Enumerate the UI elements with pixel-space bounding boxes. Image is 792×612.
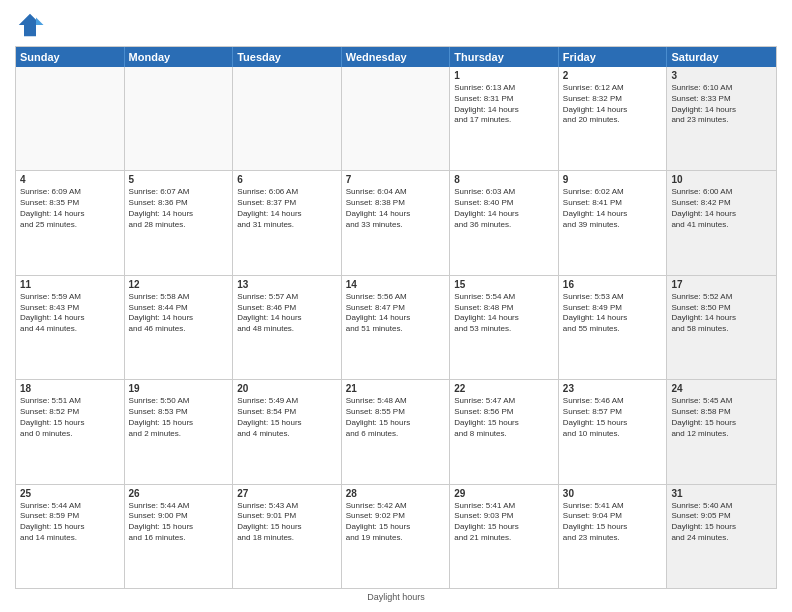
day-info: Sunrise: 5:40 AM Sunset: 9:05 PM Dayligh… [671, 501, 772, 544]
day-info: Sunrise: 5:49 AM Sunset: 8:54 PM Dayligh… [237, 396, 337, 439]
calendar-cell: 17Sunrise: 5:52 AM Sunset: 8:50 PM Dayli… [667, 276, 776, 379]
calendar-cell: 2Sunrise: 6:12 AM Sunset: 8:32 PM Daylig… [559, 67, 668, 170]
calendar-cell: 9Sunrise: 6:02 AM Sunset: 8:41 PM Daylig… [559, 171, 668, 274]
day-info: Sunrise: 6:09 AM Sunset: 8:35 PM Dayligh… [20, 187, 120, 230]
logo [15, 10, 49, 40]
day-number: 11 [20, 279, 120, 290]
day-info: Sunrise: 5:46 AM Sunset: 8:57 PM Dayligh… [563, 396, 663, 439]
calendar-cell: 14Sunrise: 5:56 AM Sunset: 8:47 PM Dayli… [342, 276, 451, 379]
day-number: 10 [671, 174, 772, 185]
day-number: 30 [563, 488, 663, 499]
day-number: 2 [563, 70, 663, 81]
calendar-cell: 29Sunrise: 5:41 AM Sunset: 9:03 PM Dayli… [450, 485, 559, 588]
calendar-cell: 26Sunrise: 5:44 AM Sunset: 9:00 PM Dayli… [125, 485, 234, 588]
day-number: 31 [671, 488, 772, 499]
day-number: 13 [237, 279, 337, 290]
day-info: Sunrise: 6:00 AM Sunset: 8:42 PM Dayligh… [671, 187, 772, 230]
calendar-cell: 22Sunrise: 5:47 AM Sunset: 8:56 PM Dayli… [450, 380, 559, 483]
calendar-header-cell: Wednesday [342, 47, 451, 67]
day-info: Sunrise: 6:07 AM Sunset: 8:36 PM Dayligh… [129, 187, 229, 230]
day-info: Sunrise: 5:41 AM Sunset: 9:04 PM Dayligh… [563, 501, 663, 544]
calendar-cell: 28Sunrise: 5:42 AM Sunset: 9:02 PM Dayli… [342, 485, 451, 588]
calendar: SundayMondayTuesdayWednesdayThursdayFrid… [15, 46, 777, 589]
calendar-row: 11Sunrise: 5:59 AM Sunset: 8:43 PM Dayli… [16, 275, 776, 379]
calendar-cell: 3Sunrise: 6:10 AM Sunset: 8:33 PM Daylig… [667, 67, 776, 170]
day-number: 19 [129, 383, 229, 394]
calendar-cell [16, 67, 125, 170]
day-number: 23 [563, 383, 663, 394]
day-number: 3 [671, 70, 772, 81]
day-number: 9 [563, 174, 663, 185]
day-number: 24 [671, 383, 772, 394]
day-number: 4 [20, 174, 120, 185]
day-info: Sunrise: 5:48 AM Sunset: 8:55 PM Dayligh… [346, 396, 446, 439]
day-info: Sunrise: 5:53 AM Sunset: 8:49 PM Dayligh… [563, 292, 663, 335]
day-info: Sunrise: 5:57 AM Sunset: 8:46 PM Dayligh… [237, 292, 337, 335]
calendar-header-cell: Thursday [450, 47, 559, 67]
calendar-cell: 19Sunrise: 5:50 AM Sunset: 8:53 PM Dayli… [125, 380, 234, 483]
day-number: 21 [346, 383, 446, 394]
calendar-cell: 24Sunrise: 5:45 AM Sunset: 8:58 PM Dayli… [667, 380, 776, 483]
calendar-header-cell: Sunday [16, 47, 125, 67]
page: SundayMondayTuesdayWednesdayThursdayFrid… [0, 0, 792, 612]
day-number: 20 [237, 383, 337, 394]
svg-marker-1 [36, 18, 44, 26]
calendar-cell: 30Sunrise: 5:41 AM Sunset: 9:04 PM Dayli… [559, 485, 668, 588]
day-number: 28 [346, 488, 446, 499]
calendar-cell: 31Sunrise: 5:40 AM Sunset: 9:05 PM Dayli… [667, 485, 776, 588]
calendar-cell [233, 67, 342, 170]
calendar-header-cell: Monday [125, 47, 234, 67]
calendar-cell: 20Sunrise: 5:49 AM Sunset: 8:54 PM Dayli… [233, 380, 342, 483]
calendar-cell: 21Sunrise: 5:48 AM Sunset: 8:55 PM Dayli… [342, 380, 451, 483]
day-info: Sunrise: 5:54 AM Sunset: 8:48 PM Dayligh… [454, 292, 554, 335]
calendar-cell [342, 67, 451, 170]
day-number: 8 [454, 174, 554, 185]
day-info: Sunrise: 5:44 AM Sunset: 8:59 PM Dayligh… [20, 501, 120, 544]
calendar-cell: 6Sunrise: 6:06 AM Sunset: 8:37 PM Daylig… [233, 171, 342, 274]
day-number: 22 [454, 383, 554, 394]
calendar-body: 1Sunrise: 6:13 AM Sunset: 8:31 PM Daylig… [16, 67, 776, 588]
day-info: Sunrise: 5:42 AM Sunset: 9:02 PM Dayligh… [346, 501, 446, 544]
day-info: Sunrise: 6:04 AM Sunset: 8:38 PM Dayligh… [346, 187, 446, 230]
day-number: 5 [129, 174, 229, 185]
day-number: 18 [20, 383, 120, 394]
calendar-row: 1Sunrise: 6:13 AM Sunset: 8:31 PM Daylig… [16, 67, 776, 170]
day-info: Sunrise: 5:56 AM Sunset: 8:47 PM Dayligh… [346, 292, 446, 335]
calendar-cell [125, 67, 234, 170]
calendar-cell: 4Sunrise: 6:09 AM Sunset: 8:35 PM Daylig… [16, 171, 125, 274]
day-number: 1 [454, 70, 554, 81]
day-info: Sunrise: 6:13 AM Sunset: 8:31 PM Dayligh… [454, 83, 554, 126]
calendar-cell: 10Sunrise: 6:00 AM Sunset: 8:42 PM Dayli… [667, 171, 776, 274]
day-info: Sunrise: 6:10 AM Sunset: 8:33 PM Dayligh… [671, 83, 772, 126]
calendar-header-cell: Saturday [667, 47, 776, 67]
day-info: Sunrise: 6:06 AM Sunset: 8:37 PM Dayligh… [237, 187, 337, 230]
day-info: Sunrise: 5:50 AM Sunset: 8:53 PM Dayligh… [129, 396, 229, 439]
day-number: 25 [20, 488, 120, 499]
day-number: 16 [563, 279, 663, 290]
day-number: 12 [129, 279, 229, 290]
footer-note: Daylight hours [15, 592, 777, 602]
calendar-cell: 7Sunrise: 6:04 AM Sunset: 8:38 PM Daylig… [342, 171, 451, 274]
day-number: 6 [237, 174, 337, 185]
calendar-cell: 16Sunrise: 5:53 AM Sunset: 8:49 PM Dayli… [559, 276, 668, 379]
calendar-cell: 5Sunrise: 6:07 AM Sunset: 8:36 PM Daylig… [125, 171, 234, 274]
day-number: 15 [454, 279, 554, 290]
calendar-cell: 11Sunrise: 5:59 AM Sunset: 8:43 PM Dayli… [16, 276, 125, 379]
day-info: Sunrise: 5:59 AM Sunset: 8:43 PM Dayligh… [20, 292, 120, 335]
day-info: Sunrise: 5:43 AM Sunset: 9:01 PM Dayligh… [237, 501, 337, 544]
day-info: Sunrise: 5:44 AM Sunset: 9:00 PM Dayligh… [129, 501, 229, 544]
day-number: 26 [129, 488, 229, 499]
calendar-row: 25Sunrise: 5:44 AM Sunset: 8:59 PM Dayli… [16, 484, 776, 588]
calendar-header: SundayMondayTuesdayWednesdayThursdayFrid… [16, 47, 776, 67]
calendar-cell: 1Sunrise: 6:13 AM Sunset: 8:31 PM Daylig… [450, 67, 559, 170]
calendar-cell: 23Sunrise: 5:46 AM Sunset: 8:57 PM Dayli… [559, 380, 668, 483]
calendar-cell: 13Sunrise: 5:57 AM Sunset: 8:46 PM Dayli… [233, 276, 342, 379]
day-info: Sunrise: 5:45 AM Sunset: 8:58 PM Dayligh… [671, 396, 772, 439]
calendar-cell: 8Sunrise: 6:03 AM Sunset: 8:40 PM Daylig… [450, 171, 559, 274]
day-info: Sunrise: 5:51 AM Sunset: 8:52 PM Dayligh… [20, 396, 120, 439]
day-number: 7 [346, 174, 446, 185]
day-info: Sunrise: 6:03 AM Sunset: 8:40 PM Dayligh… [454, 187, 554, 230]
calendar-cell: 12Sunrise: 5:58 AM Sunset: 8:44 PM Dayli… [125, 276, 234, 379]
calendar-cell: 25Sunrise: 5:44 AM Sunset: 8:59 PM Dayli… [16, 485, 125, 588]
calendar-header-cell: Friday [559, 47, 668, 67]
